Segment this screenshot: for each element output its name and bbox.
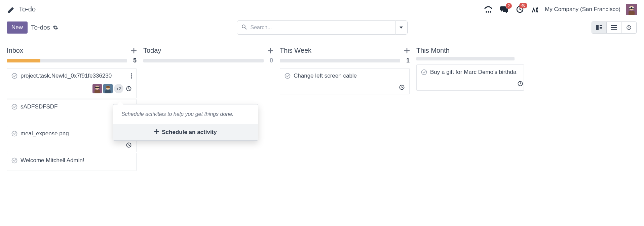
- svg-rect-20: [611, 29, 617, 30]
- svg-point-25: [131, 77, 132, 79]
- svg-point-13: [242, 25, 245, 28]
- column-progress: [7, 59, 127, 62]
- svg-point-4: [488, 12, 489, 13]
- card-title: Welcome Mitchell Admin!: [21, 157, 132, 164]
- kanban-card[interactable]: project.task,NewId_0x7f91fe336230 +2: [7, 68, 137, 98]
- more-assignees[interactable]: +2: [114, 84, 123, 93]
- kanban-card[interactable]: Welcome Mitchell Admin!: [7, 153, 137, 171]
- search-dropdown-button[interactable]: [395, 20, 408, 35]
- list-view-button[interactable]: [607, 22, 621, 33]
- kanban-column-this-week: This Week 1 Change left screen cable: [280, 47, 416, 226]
- svg-point-37: [12, 158, 17, 163]
- kebab-icon[interactable]: [131, 73, 132, 79]
- svg-point-24: [131, 75, 132, 77]
- svg-point-1: [488, 11, 489, 12]
- card-title: Buy a gift for Marc Demo's birthda: [430, 69, 520, 76]
- popover-action-label: Schedule an activity: [162, 129, 217, 136]
- check-circle-icon[interactable]: [11, 73, 18, 79]
- column-progress: [143, 59, 264, 62]
- column-count: 0: [267, 57, 273, 64]
- breadcrumb: To-dos: [31, 24, 58, 31]
- column-add-icon[interactable]: [268, 48, 273, 53]
- clock-icon[interactable]: [399, 84, 405, 91]
- company-switcher[interactable]: My Company (San Francisco): [545, 6, 620, 13]
- check-circle-icon[interactable]: [284, 73, 291, 79]
- svg-point-35: [12, 131, 17, 136]
- svg-line-14: [245, 28, 247, 29]
- svg-rect-18: [611, 25, 617, 26]
- svg-rect-29: [94, 90, 100, 93]
- column-title[interactable]: This Week: [280, 47, 311, 54]
- kanban-board: Inbox 5 project.task,NewId_0x7f91fe33623…: [0, 41, 644, 226]
- kanban-column-this-month: This Month Buy a gift for Marc Demo's bi…: [416, 47, 531, 226]
- column-progress: [280, 59, 400, 62]
- user-avatar[interactable]: [626, 4, 637, 15]
- top-navbar: To-do 2 40 My Company (San Francisco): [0, 0, 644, 18]
- kanban-card[interactable]: Change left screen cable: [280, 68, 410, 94]
- svg-point-38: [285, 74, 290, 79]
- search-icon: [241, 24, 247, 31]
- app-logo-icon[interactable]: [7, 5, 16, 14]
- search-box[interactable]: [237, 20, 395, 35]
- clock-icon[interactable]: [517, 80, 524, 87]
- new-button[interactable]: New: [7, 21, 28, 34]
- kanban-view-button[interactable]: [592, 22, 607, 33]
- svg-rect-12: [629, 11, 635, 15]
- schedule-activity-button[interactable]: Schedule an activity: [113, 124, 258, 140]
- svg-rect-11: [632, 7, 634, 8]
- check-circle-icon[interactable]: [11, 157, 18, 164]
- column-title[interactable]: Inbox: [7, 47, 23, 54]
- assignee-avatar[interactable]: [92, 84, 102, 93]
- column-title[interactable]: This Month: [416, 47, 450, 54]
- breadcrumb-label[interactable]: To-dos: [31, 24, 50, 31]
- column-title[interactable]: Today: [143, 47, 161, 54]
- activities-badge: 40: [519, 3, 527, 8]
- nav-icon-group: 2 40: [484, 5, 539, 13]
- activities-icon[interactable]: 40: [516, 5, 524, 13]
- app-title: To-do: [19, 5, 36, 13]
- svg-rect-19: [611, 27, 617, 28]
- search-input[interactable]: [251, 25, 391, 31]
- svg-point-23: [131, 73, 132, 75]
- popover-body-text: Schedule activities to help you get thin…: [113, 104, 258, 124]
- svg-point-22: [12, 74, 17, 79]
- check-circle-icon[interactable]: [421, 69, 427, 76]
- control-bar: New To-dos: [0, 18, 644, 37]
- card-title: project.task,NewId_0x7f91fe336230: [21, 73, 128, 79]
- column-progress: [416, 57, 515, 60]
- search-wrap: [237, 20, 408, 35]
- column-add-icon[interactable]: [404, 48, 410, 53]
- messages-badge: 2: [506, 3, 512, 9]
- column-count: 1: [404, 57, 410, 64]
- svg-point-3: [486, 12, 487, 13]
- svg-rect-17: [600, 27, 602, 29]
- clock-icon[interactable]: [125, 142, 132, 148]
- svg-rect-10: [629, 7, 631, 8]
- svg-point-5: [490, 12, 491, 13]
- view-switcher: [592, 21, 637, 34]
- clock-icon[interactable]: [125, 85, 132, 92]
- gear-icon[interactable]: [53, 25, 58, 30]
- svg-point-2: [490, 11, 491, 12]
- svg-point-34: [12, 104, 17, 109]
- debug-icon[interactable]: [531, 6, 539, 13]
- svg-rect-32: [105, 90, 111, 93]
- assignee-avatar[interactable]: [103, 84, 113, 93]
- svg-point-40: [422, 70, 427, 75]
- voip-icon[interactable]: [484, 6, 492, 13]
- svg-point-0: [486, 11, 487, 12]
- check-circle-icon[interactable]: [11, 103, 18, 110]
- svg-rect-16: [600, 25, 602, 26]
- activity-popover: Schedule activities to help you get thin…: [113, 104, 258, 141]
- kanban-card[interactable]: Buy a gift for Marc Demo's birthda: [416, 64, 524, 91]
- plus-icon: [154, 129, 159, 136]
- svg-rect-15: [596, 25, 599, 30]
- column-add-icon[interactable]: [131, 48, 137, 53]
- svg-rect-28: [95, 87, 100, 88]
- activity-view-button[interactable]: [621, 22, 636, 33]
- column-count: 5: [130, 57, 137, 64]
- card-title: Change left screen cable: [294, 73, 405, 79]
- messages-icon[interactable]: 2: [500, 6, 508, 13]
- check-circle-icon[interactable]: [11, 130, 18, 137]
